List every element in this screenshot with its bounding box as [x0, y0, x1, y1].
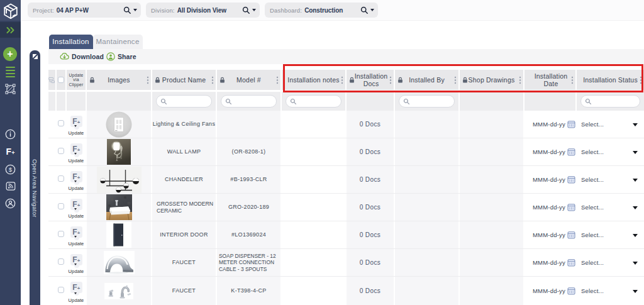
svg-text:$: $ [9, 166, 13, 173]
